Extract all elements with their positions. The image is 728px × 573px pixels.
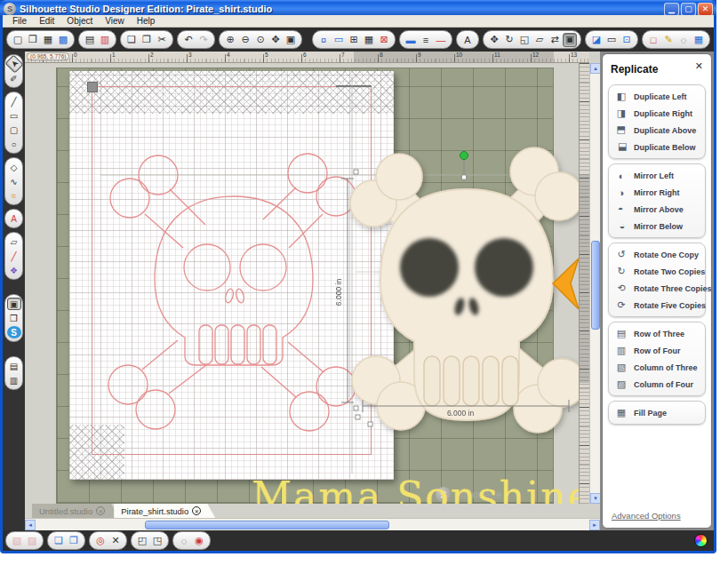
select-area-icon[interactable]: ◌ bbox=[676, 33, 691, 47]
shadow-icon[interactable]: ◪ bbox=[589, 33, 604, 47]
menu-object[interactable]: Object bbox=[60, 16, 99, 26]
ungroup-icon[interactable]: ❐ bbox=[67, 534, 81, 548]
zoom-out-icon[interactable]: ⊖ bbox=[238, 33, 252, 47]
scroll-right-icon[interactable]: ► bbox=[589, 520, 600, 530]
duplicate-left-button[interactable]: ◧ Duplicate Left bbox=[609, 88, 705, 105]
line-style-icon[interactable]: ≡ bbox=[419, 33, 433, 47]
knife-tool[interactable]: ╱ bbox=[7, 250, 21, 262]
shear-icon[interactable]: ▱ bbox=[532, 33, 547, 47]
store-tool[interactable]: S bbox=[7, 326, 21, 338]
new-document-icon[interactable]: ▢ bbox=[11, 33, 25, 47]
text-tool[interactable]: A bbox=[7, 212, 21, 225]
horizontal-scrollbar[interactable]: ◄ ► bbox=[25, 518, 600, 530]
vertical-scroll-thumb[interactable] bbox=[591, 241, 600, 330]
rotate-two-copies-button[interactable]: ↻ Rotate Two Copies bbox=[609, 263, 705, 280]
menu-edit[interactable]: Edit bbox=[33, 16, 60, 26]
column-of-three-button[interactable]: ▧ Column of Three bbox=[609, 359, 705, 376]
line-tool[interactable]: ╱ bbox=[7, 95, 21, 107]
rotate-icon[interactable]: ↻ bbox=[502, 33, 516, 47]
page-settings-icon[interactable]: ▭ bbox=[332, 33, 346, 47]
select-tool[interactable]: ➤ bbox=[4, 54, 23, 73]
compound-path-icon[interactable]: ◎ bbox=[93, 534, 108, 548]
panel-close-icon[interactable]: ✕ bbox=[695, 60, 703, 72]
workspace[interactable]: 6.000 in 6.000 in S silhouette bbox=[25, 63, 579, 504]
copy-icon[interactable]: ❏ bbox=[124, 33, 139, 47]
paste-icon[interactable]: ❐ bbox=[140, 33, 154, 47]
canvas-area[interactable]: 012345678910111213 (0.965, 5.776) bbox=[25, 52, 600, 530]
move-icon[interactable]: ✥ bbox=[487, 33, 501, 47]
rectangle-tool[interactable]: ▭ bbox=[7, 109, 21, 122]
skull-cut-outline[interactable] bbox=[108, 154, 356, 431]
deselect-all-icon[interactable]: ▨ bbox=[25, 534, 39, 548]
trace-icon[interactable]: ¤ bbox=[316, 33, 331, 47]
text-style-icon[interactable]: A bbox=[460, 33, 475, 47]
mirror-icon[interactable]: ⇄ bbox=[548, 33, 562, 47]
duplicate-right-button[interactable]: ◨ Duplicate Right bbox=[609, 105, 705, 122]
edit-points-tool[interactable]: ✐ bbox=[7, 72, 21, 84]
orange-arrow-clipart[interactable] bbox=[553, 259, 579, 309]
ellipse-tool[interactable]: ○ bbox=[7, 138, 21, 150]
rotate-three-copies-button[interactable]: ⟲ Rotate Three Copies bbox=[609, 280, 705, 297]
horizontal-scroll-thumb[interactable] bbox=[145, 521, 389, 529]
menu-help[interactable]: Help bbox=[131, 16, 162, 26]
preview-page-tool[interactable]: ▥ bbox=[7, 374, 21, 386]
cutting-mat-icon[interactable]: ▦ bbox=[362, 33, 376, 47]
rounded-rectangle-tool[interactable]: ▢ bbox=[7, 123, 21, 136]
minimize-button[interactable]: ▁ bbox=[664, 3, 679, 16]
zoom-selection-icon[interactable]: ⊙ bbox=[253, 33, 268, 47]
print-settings-icon[interactable]: ▥ bbox=[98, 33, 112, 47]
column-of-four-button[interactable]: ▨ Column of Four bbox=[609, 376, 705, 393]
polygon-tool[interactable]: ◇ bbox=[7, 161, 21, 173]
mirror-right-button[interactable]: ◑ Mirror Right bbox=[609, 184, 705, 201]
zoom-in-icon[interactable]: ⊕ bbox=[223, 33, 237, 47]
fill-page-button[interactable]: ▦ Fill Page bbox=[609, 404, 705, 421]
delete-icon[interactable]: ✕ bbox=[108, 534, 123, 548]
curve-tool[interactable]: ∿ bbox=[7, 175, 21, 187]
freehand-tool[interactable]: ≈ bbox=[7, 189, 21, 202]
duplicate-below-button[interactable]: ◧ Duplicate Below bbox=[609, 139, 705, 155]
modify-icon[interactable]: ⊡ bbox=[620, 33, 634, 47]
weld-icon[interactable]: ◌ bbox=[177, 534, 191, 548]
skull-clipart[interactable] bbox=[350, 147, 579, 433]
replicate-icon[interactable]: ▣ bbox=[563, 33, 577, 47]
grid-settings-icon[interactable]: ⊞ bbox=[347, 33, 361, 47]
pan-icon[interactable]: ✥ bbox=[268, 33, 283, 47]
row-of-four-button[interactable]: ▥ Row of Four bbox=[609, 342, 705, 359]
library-folders-tool[interactable]: ❒ bbox=[7, 312, 21, 324]
maximize-button[interactable]: ▢ bbox=[681, 3, 696, 16]
row-of-three-button[interactable]: ▤ Row of Three bbox=[609, 325, 705, 342]
tab-pirate-shirt-studio[interactable]: Pirate_shirt.studio ✕ bbox=[114, 504, 215, 518]
redo-icon[interactable]: ↷ bbox=[196, 33, 211, 47]
open-file-icon[interactable]: ❒ bbox=[26, 33, 40, 47]
library-view-icon[interactable]: ▦ bbox=[692, 33, 706, 47]
scale-icon[interactable]: ◱ bbox=[517, 33, 532, 47]
duplicate-above-button[interactable]: ◧ Duplicate Above bbox=[609, 122, 705, 139]
mirror-below-button[interactable]: ◐ Mirror Below bbox=[609, 218, 705, 235]
color-wheel-icon[interactable] bbox=[694, 534, 708, 547]
offset-icon[interactable]: ◉ bbox=[192, 534, 206, 548]
print-icon[interactable]: ▤ bbox=[83, 33, 97, 47]
eraser-tool[interactable]: ▱ bbox=[7, 235, 21, 248]
tab-close-icon[interactable]: ✕ bbox=[192, 506, 201, 515]
send-to-back-icon[interactable]: ◳ bbox=[150, 534, 164, 548]
rotate-five-copies-button[interactable]: ⟳ Rotate Five Copies bbox=[609, 297, 705, 314]
scroll-left-icon[interactable]: ◄ bbox=[25, 520, 36, 530]
close-button[interactable]: ✕ bbox=[698, 3, 713, 16]
tab-close-icon[interactable]: ✕ bbox=[96, 506, 105, 515]
bring-to-front-icon[interactable]: ◰ bbox=[135, 534, 149, 548]
fill-color-icon[interactable]: □ bbox=[646, 33, 660, 47]
menu-view[interactable]: View bbox=[99, 16, 131, 26]
line-weight-icon[interactable]: — bbox=[434, 33, 448, 47]
undo-icon[interactable]: ↶ bbox=[181, 33, 196, 47]
save-to-library-icon[interactable]: ▩ bbox=[56, 33, 70, 47]
corner-icon[interactable]: ▭ bbox=[604, 33, 619, 47]
menu-file[interactable]: File bbox=[6, 16, 33, 26]
mirror-left-button[interactable]: ◐ Mirror Left bbox=[609, 167, 705, 184]
design-page-tool[interactable]: ▤ bbox=[7, 360, 21, 372]
select-all-icon[interactable]: ▧ bbox=[10, 534, 24, 548]
fit-to-page-icon[interactable]: ▣ bbox=[284, 33, 298, 47]
fill-options-icon[interactable]: ▬ bbox=[404, 33, 418, 47]
fill-tool[interactable]: ❖ bbox=[7, 264, 21, 276]
advanced-options-link[interactable]: Advanced Options bbox=[612, 511, 681, 521]
save-icon[interactable]: ▦ bbox=[41, 33, 55, 47]
